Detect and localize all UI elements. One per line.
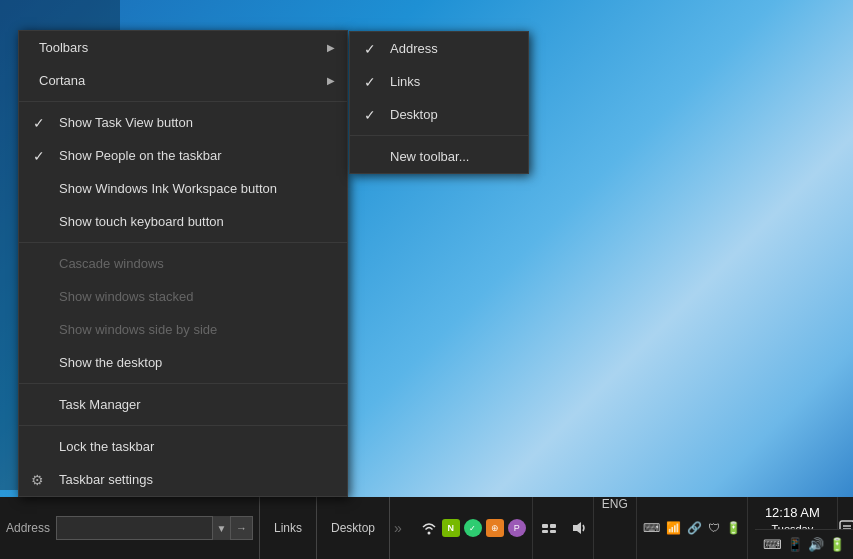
menu-item-cortana-label: Cortana [39, 73, 85, 88]
menu-item-show-people[interactable]: ✓ Show People on the taskbar [19, 139, 347, 172]
submenu-address-label: Address [390, 41, 438, 56]
menu-item-task-manager[interactable]: Task Manager [19, 388, 347, 421]
submenu-item-new-toolbar[interactable]: New toolbar... [350, 140, 528, 173]
taskbar-taskview[interactable] [532, 497, 565, 559]
tray-keyboard-icon[interactable]: ⌨ [763, 537, 782, 552]
taskbar-toolbar-address: Address ▼ → [0, 497, 260, 559]
language-label: ENG [602, 497, 628, 511]
svg-rect-1 [542, 524, 548, 528]
tray-icon-nvidia[interactable]: N [442, 519, 460, 537]
links-toolbar-button[interactable]: Links [260, 497, 317, 559]
tray-icon-app2[interactable]: ⊕ [486, 519, 504, 537]
toolbars-submenu: ✓ Address ✓ Links ✓ Desktop New toolbar.… [349, 31, 529, 174]
address-dropdown-button[interactable]: ▼ [212, 516, 230, 540]
tray-icon-network[interactable] [420, 519, 438, 537]
menu-item-show-ink-label: Show Windows Ink Workspace button [59, 181, 277, 196]
check-people: ✓ [33, 148, 45, 164]
shield-icon[interactable]: 🛡 [708, 521, 720, 535]
menu-item-show-touch-label: Show touch keyboard button [59, 214, 224, 229]
menu-item-stacked: Show windows stacked [19, 280, 347, 313]
svg-point-0 [427, 532, 430, 535]
check-links: ✓ [364, 74, 376, 90]
menu-item-stacked-label: Show windows stacked [59, 289, 193, 304]
menu-item-show-desktop-label: Show the desktop [59, 355, 162, 370]
desktop-toolbar-button[interactable]: Desktop [317, 497, 390, 559]
toolbar-gripper[interactable]: » [390, 497, 406, 559]
menu-item-toolbars-label: Toolbars [39, 40, 88, 55]
divider-3 [19, 383, 347, 384]
menu-item-side-by-side: Show windows side by side [19, 313, 347, 346]
divider-2 [19, 242, 347, 243]
check-address: ✓ [364, 41, 376, 57]
keyboard-icon[interactable]: ⌨ [643, 521, 660, 535]
divider-1 [19, 101, 347, 102]
menu-item-lock-taskbar-label: Lock the taskbar [59, 439, 154, 454]
menu-item-toolbars[interactable]: Toolbars ✓ Address ✓ Links ✓ Desktop New… [19, 31, 347, 64]
wifi-icon[interactable]: 📶 [666, 521, 681, 535]
tray-icon-app3[interactable]: P [508, 519, 526, 537]
gripper-symbol: » [394, 520, 402, 536]
address-toolbar-label: Address [6, 521, 50, 535]
taskbar: Address ▼ → Links Desktop » N [0, 497, 853, 559]
menu-item-taskbar-settings-label: Taskbar settings [59, 472, 153, 487]
links-toolbar-label: Links [274, 521, 302, 535]
address-input[interactable] [57, 521, 212, 535]
menu-item-show-desktop[interactable]: Show the desktop [19, 346, 347, 379]
system-tray: N ✓ ⊕ P [414, 497, 532, 559]
tray-icon-app1[interactable]: ✓ [464, 519, 482, 537]
submenu-new-toolbar-label: New toolbar... [390, 149, 470, 164]
submenu-item-address[interactable]: ✓ Address [350, 32, 528, 65]
gear-icon: ⚙ [31, 472, 44, 488]
taskbar-extra-icons: ⌨ 📶 🔗 🛡 🔋 [637, 497, 747, 559]
menu-item-task-manager-label: Task Manager [59, 397, 141, 412]
volume-icon [571, 520, 587, 536]
submenu-item-links[interactable]: ✓ Links [350, 65, 528, 98]
menu-item-show-people-label: Show People on the taskbar [59, 148, 222, 163]
svg-rect-3 [542, 530, 548, 533]
address-go-button[interactable]: → [231, 516, 253, 540]
language-indicator[interactable]: ENG [593, 497, 637, 559]
menu-item-cascade: Cascade windows [19, 247, 347, 280]
check-desktop: ✓ [364, 107, 376, 123]
menu-item-show-ink[interactable]: Show Windows Ink Workspace button [19, 172, 347, 205]
svg-rect-4 [550, 530, 556, 533]
svg-marker-5 [573, 522, 581, 534]
menu-item-show-task-view-label: Show Task View button [59, 115, 193, 130]
address-input-wrap[interactable]: ▼ [56, 516, 231, 540]
submenu-links-label: Links [390, 74, 420, 89]
menu-item-taskbar-settings[interactable]: ⚙ Taskbar settings [19, 463, 347, 496]
menu-item-cortana[interactable]: Cortana [19, 64, 347, 97]
clock-time: 12:18 AM [765, 505, 820, 522]
menu-item-lock-taskbar[interactable]: Lock the taskbar [19, 430, 347, 463]
link-icon[interactable]: 🔗 [687, 521, 702, 535]
battery-icon[interactable]: 🔋 [726, 521, 741, 535]
submenu-item-desktop[interactable]: ✓ Desktop [350, 98, 528, 131]
taskbar-center [406, 497, 414, 559]
tray-volume-icon[interactable]: 🔊 [808, 537, 824, 552]
submenu-divider [350, 135, 528, 136]
menu-item-cascade-label: Cascade windows [59, 256, 164, 271]
check-task-view: ✓ [33, 115, 45, 131]
divider-4 [19, 425, 347, 426]
taskbar-volume[interactable] [565, 497, 593, 559]
svg-rect-2 [550, 524, 556, 528]
menu-item-side-by-side-label: Show windows side by side [59, 322, 217, 337]
submenu-desktop-label: Desktop [390, 107, 438, 122]
menu-item-show-task-view[interactable]: ✓ Show Task View button [19, 106, 347, 139]
tray-battery2-icon[interactable]: 🔋 [829, 537, 845, 552]
taskview-icon [541, 520, 557, 536]
desktop-toolbar-label: Desktop [331, 521, 375, 535]
menu-item-show-touch[interactable]: Show touch keyboard button [19, 205, 347, 238]
taskbar-context-menu: Toolbars ✓ Address ✓ Links ✓ Desktop New… [18, 30, 348, 497]
tray-tablet-icon[interactable]: 📱 [787, 537, 803, 552]
